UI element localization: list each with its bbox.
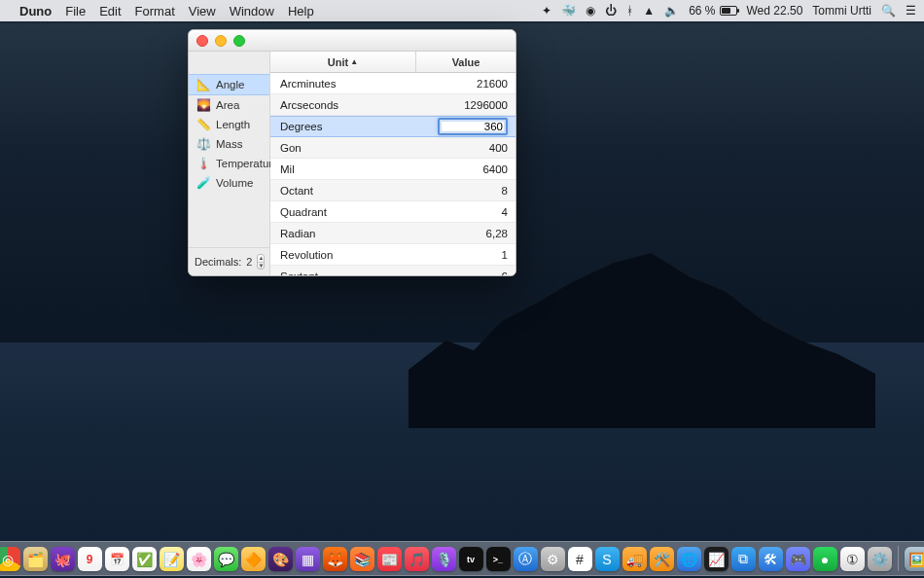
dock-app-calendar[interactable]: 📅 [105, 547, 129, 571]
table-row[interactable]: Sextant 6 [270, 266, 515, 275]
sidebar-item-volume[interactable]: 🧪 Volume [189, 173, 269, 193]
conversion-table: Unit ▲ Value Arcminutes 21600Arcseconds … [270, 52, 515, 275]
window-maximize-button[interactable] [233, 35, 245, 47]
unit-cell: Degrees [280, 121, 322, 132]
table-row[interactable]: Gon 400 [270, 137, 515, 159]
dock-app-activity-monitor[interactable]: 📈 [704, 547, 729, 571]
titlebar[interactable] [189, 30, 515, 52]
dock-app-discord[interactable]: 🎮 [786, 547, 810, 571]
stepper-up-icon[interactable]: ▲ [258, 255, 264, 263]
menu-bar-status: ✦ 🐳 ◉ ⏻ ᚼ ▲ 🔈 66 % Wed 22.50 Tommi Urtti… [542, 4, 916, 18]
table-row[interactable]: Octant 8 [270, 180, 515, 201]
table-row[interactable]: Arcseconds 1296000 [270, 94, 515, 116]
table-row[interactable]: Revolution 1 [270, 244, 515, 266]
dock-app-messages[interactable]: 💬 [214, 547, 238, 571]
dock-app-books[interactable]: 📚 [350, 547, 374, 571]
value-cell: 1296000 [464, 99, 508, 111]
dock-app-cleanmymac[interactable]: 🛠️ [650, 547, 674, 571]
dock-app-appletv[interactable]: tv [459, 547, 483, 571]
sidebar-item-area[interactable]: 🌄 Area [189, 95, 269, 115]
dock-app-fantastical[interactable]: 9 [78, 547, 102, 571]
sidebar-item-label: Angle [216, 79, 244, 90]
dock-app-google-earth[interactable]: 🌐 [677, 547, 701, 571]
dock-app-slack[interactable]: # [568, 547, 592, 571]
vpn-icon[interactable]: ⏻ [605, 4, 617, 18]
user-name[interactable]: Tommi Urtti [812, 4, 871, 18]
sidebar-item-length[interactable]: 📏 Length [189, 115, 269, 134]
unit-cell: Revolution [280, 249, 333, 261]
dock-app-news[interactable]: 📰 [377, 547, 402, 571]
dock-app-unknown-purple[interactable]: ▦ [296, 547, 320, 571]
table-row[interactable]: Quadrant 4 [270, 201, 515, 223]
column-header-unit[interactable]: Unit ▲ [270, 52, 416, 72]
sidebar-icon-angle: 📐 [196, 78, 210, 91]
dock-app-xcode[interactable]: 🛠 [759, 547, 783, 571]
dock-app-terminal[interactable]: >_ [486, 547, 511, 571]
dock-app-pixelmator[interactable]: 🎨 [268, 547, 293, 571]
decimals-label: Decimals: [195, 256, 241, 268]
window-minimize-button[interactable] [215, 35, 227, 47]
dock-app-1password[interactable]: ① [840, 547, 865, 571]
dock-app-music[interactable]: 🎵 [405, 547, 429, 571]
dock-app-chrome[interactable]: ◎ [0, 547, 20, 571]
dock-app-desktop-image[interactable]: 🖼️ [905, 547, 925, 571]
table-row[interactable]: Mil 6400 [270, 159, 515, 180]
sidebar-icon-length: 📏 [196, 118, 210, 131]
dock-app-firefox[interactable]: 🦊 [323, 547, 347, 571]
menu-edit[interactable]: Edit [99, 4, 121, 18]
dock-app-podcasts[interactable]: 🎙️ [432, 547, 456, 571]
sidebar-item-mass[interactable]: ⚖️ Mass [189, 134, 269, 154]
app-menus: Duno File Edit Format View Window Help [19, 4, 314, 18]
notification-center-icon[interactable]: ☰ [906, 4, 916, 18]
menu-file[interactable]: File [65, 4, 86, 18]
sidebar-item-label: Mass [216, 138, 242, 150]
value-cell: 6,28 [486, 228, 508, 239]
dock-app-photos[interactable]: 🌸 [187, 547, 211, 571]
sidebar-item-angle[interactable]: 📐 Angle [189, 74, 269, 95]
spotlight-icon[interactable]: 🔍 [881, 4, 896, 18]
volume-icon[interactable]: 🔈 [664, 4, 679, 18]
menu-help[interactable]: Help [288, 4, 314, 18]
dock-app-system-preferences[interactable]: ⚙️ [868, 547, 892, 571]
decimals-stepper[interactable]: ▲ ▼ [257, 254, 265, 270]
unit-cell: Gon [280, 142, 302, 154]
dock-app-notes[interactable]: 📝 [160, 547, 184, 571]
menu-format[interactable]: Format [135, 4, 175, 18]
sidebar-item-temperature[interactable]: 🌡️ Temperature [189, 154, 269, 173]
window-close-button[interactable] [196, 35, 208, 47]
sidebar-icon-mass: ⚖️ [196, 137, 210, 151]
wifi-icon[interactable]: ▲ [643, 4, 655, 18]
dock-app-vscode[interactable]: ⧉ [731, 547, 756, 571]
menu-window[interactable]: Window [230, 4, 274, 18]
menu-app-name[interactable]: Duno [19, 4, 52, 18]
dock-app-app-store[interactable]: Ⓐ [514, 547, 538, 571]
gpu-icon[interactable]: ◉ [586, 4, 595, 18]
clock[interactable]: Wed 22.50 [747, 4, 803, 18]
table-row[interactable]: Radian 6,28 [270, 223, 515, 244]
dock-app-github-desktop[interactable]: 🐙 [51, 547, 75, 571]
puzzle-icon[interactable]: ✦ [542, 4, 551, 18]
value-cell: 6400 [482, 163, 508, 175]
unit-cell: Octant [280, 185, 313, 197]
dock-app-spotify[interactable]: ● [813, 547, 837, 571]
docker-icon[interactable]: 🐳 [561, 4, 576, 18]
unit-cell: Mil [280, 163, 295, 175]
dock-app-reminders[interactable]: ✅ [132, 547, 157, 571]
dock-app-skype[interactable]: S [595, 547, 620, 571]
column-header-value[interactable]: Value [416, 52, 515, 72]
table-header[interactable]: Unit ▲ Value [270, 52, 515, 73]
stepper-down-icon[interactable]: ▼ [258, 263, 264, 270]
sidebar-item-label: Temperature [216, 158, 279, 169]
dock-app-sketch[interactable]: 🔶 [241, 547, 266, 571]
table-row[interactable]: Degrees [270, 116, 515, 137]
dock-app-transmit[interactable]: 🚚 [622, 547, 647, 571]
menu-view[interactable]: View [189, 4, 216, 18]
bluetooth-icon[interactable]: ᚼ [626, 4, 633, 18]
dock-app-unknown-gray[interactable]: ⚙︎ [541, 547, 565, 571]
table-rows[interactable]: Arcminutes 21600Arcseconds 1296000Degree… [270, 73, 515, 275]
value-input[interactable] [438, 118, 508, 135]
dock-app-finder-window[interactable]: 🗂️ [23, 547, 48, 571]
value-cell: 21600 [477, 78, 508, 90]
battery-status[interactable]: 66 % [689, 4, 736, 18]
table-row[interactable]: Arcminutes 21600 [270, 73, 515, 94]
